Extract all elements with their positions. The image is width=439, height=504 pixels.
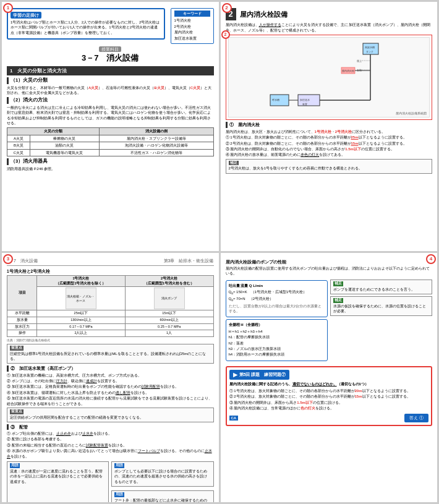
page-2: 2 2 屋内消火栓設備 屋内消火栓設備は、人が操作することにより火災を消火する設… xyxy=(221,2,438,251)
fire-class-label: （1）火災の分類 xyxy=(7,77,214,84)
table-row: 操作 2人以上 1人 xyxy=(7,330,214,337)
page-1: 1 学習の足掛け 1号消火栓はバルブ類とホース類に1人分、2人での操作が必要なも… xyxy=(2,2,219,251)
extinguish-text: 一般的な冷火による消火は主に冷えによる冷却効果を利用し、電気火災の消火には使われ… xyxy=(7,105,214,126)
hydrant-point-3: ③ 屋内消火栓の開閉弁は、自動化のものでない場合、床面からの高さが1.5m以下の… xyxy=(226,147,433,152)
row-ops-2: 1人 xyxy=(125,330,213,337)
hydrant-point-4: ④ 屋内消火栓の放水量は、前面電源のために赤色の灯火を設けてある。 xyxy=(226,152,433,157)
note-flow-text: 定圧供給ポンプの供用区間を配合することでの配管の経路を変更できなくなる。 xyxy=(10,415,211,420)
svg-text:呼水槽: 呼水槽 xyxy=(272,98,279,101)
practice-box: ▶ 第5回 課題 練習問題⑦ 屋内消火栓設備に関する記述のうち、適切でないものは… xyxy=(226,366,433,427)
practice-item-3: ③ 屋内消火栓の開閉弁は、床面から高さ1.5m以下の位置に設ける。 xyxy=(229,400,429,405)
row-flow-2: 60ℓ/min以上 xyxy=(125,317,213,323)
practice-intro: 屋内消火栓設備に関する記述のうち、適切でないものはどれか。（適切なもの1つ） xyxy=(229,382,429,387)
pressurize-p2: ② ポンプには、その吐出側に圧力計、吸込側に連成計を設置する。 xyxy=(7,378,214,383)
pump-note: ただし、設置台数が2以上の場合は最大2台分の水源量とする。 xyxy=(229,304,325,314)
note-pressure-title: 留意点 xyxy=(10,346,23,351)
row-pressure-2: 0.25～0.7 MPa xyxy=(125,323,213,330)
h4: h4：消防用ホースの摩擦損失水頭 xyxy=(229,352,325,357)
table-row: A火災 棒燃物の火災 屋内消火栓・スプリンクラー設備等 xyxy=(7,135,214,142)
page-3: 3 3－7 消火設備 第3章 給排水・衛生設備 1号消火栓と2号消火栓 項目 1… xyxy=(2,253,219,502)
img-type2: 消火ポンプ xyxy=(125,287,213,310)
row-ops-1: 2人以上 xyxy=(37,330,126,337)
badge-2-inner: 2 xyxy=(221,30,230,39)
row-distance-2: 15m以下 xyxy=(125,310,213,317)
page2-intro: 屋内消火栓設備は、人が操作することにより火災を消火する設備で、主に 加圧送水装置… xyxy=(226,22,433,33)
ca-label: CA xyxy=(229,416,239,421)
hydrant-point-2: ② 2号消火栓は、防火対象物の階ごとに、その階の各部分からの水平距離が15m以下… xyxy=(226,141,433,146)
pressurize-p1: ① 加圧送水装置の機種には、高架水槽方式、圧力水槽方式、ポンプ方式がある。 xyxy=(7,373,214,378)
hydrant-point-1: ① 1号消火栓は、防火対象物の階ごとに、その階の各部分からの水平距離が25m以下… xyxy=(226,135,433,140)
svg-text:タンク: タンク xyxy=(366,50,373,53)
kw-3: 屋内消火栓 xyxy=(174,30,210,35)
badge-1: 1 xyxy=(3,3,13,13)
note-pressure-text: 圧縮空気は標準1号消火栓設備を所定されているの標準水量はMLを取ることとする。設… xyxy=(10,351,211,362)
practice-arrow-icon: ▶ xyxy=(233,371,237,379)
note-box-2: 補足 2号消火栓は、放火を1号を取りやすくするため容易に作動できる構造とされる。 xyxy=(226,159,433,174)
section-heading: 3－7 消火設備 xyxy=(7,53,214,64)
note-term-2-title: 用語 xyxy=(114,463,124,468)
note-text-2: 2号消火栓は、放火を1号を取りやすくするため容易に作動できる構造とされる。 xyxy=(229,166,430,171)
page-4: 4 屋内消火栓設備のポンプの性能 屋内消火栓設備の配管お設置に使用する消火ポンプ… xyxy=(221,253,438,502)
h2: h2：落差 xyxy=(229,341,325,346)
pump-perf-heading: 屋内消火栓設備のポンプの性能 xyxy=(226,259,433,265)
table-row: C火災 電気機器等の電気火災 不活性ガス・ハロゲン消化物等 xyxy=(7,149,214,156)
kw-4: 加圧送水装置 xyxy=(174,36,210,41)
table-source: 出典：消防庁消防設備点検様式 xyxy=(7,338,214,343)
h1: h1：配管の摩擦損失水頭 xyxy=(229,335,325,340)
note-right-2: 補足 水源の仮設を確保するために、水源の位置を設けることが必要。 xyxy=(330,296,432,316)
answer-button[interactable]: 答え ① xyxy=(404,414,428,422)
note-term-2: 用語 ポンプとしても必要以下に設ける場合のに設置するための、流速のため速度を超過… xyxy=(111,461,213,487)
svg-text:高架水槽: 高架水槽 xyxy=(365,46,375,49)
pump-formula-box: 吐出量 流量 Q L/min Qo= 150×K （1号消火栓・広域型1号消火栓… xyxy=(226,280,328,318)
fire-type-A: A火災 xyxy=(7,135,30,142)
formula-1: Qo= 150×K （1号消火栓・広域型1号消火栓） xyxy=(229,289,325,296)
fire-desc-B: 油類の火災 xyxy=(30,142,99,149)
head-formula-box: 全揚程 H（全揚程） H＝h1＋h2＋h3＋h4 h1：配管の摩擦損失水頭 h2… xyxy=(226,319,328,361)
pump-formulas-area: 吐出量 流量 Q L/min Qo= 150×K （1号消火栓・広域型1号消火栓… xyxy=(226,278,328,363)
col-type1: 1号消火栓（広範囲型1号消火栓を除く） xyxy=(37,275,126,286)
note-right-1: 補足 ポンプを運送するためにできる水のことを言う。 xyxy=(330,280,432,294)
hydrant-heading: ① 屋内消火栓 xyxy=(226,122,433,128)
pipe-p1: ① ポンプ吐出側の配管には、止止め弁および止水弁を設ける。 xyxy=(7,431,214,436)
hose-table-label: 1号消火栓と2号消火栓 xyxy=(7,268,214,274)
note-term-3: 用語 フート弁：配管の最低部などに止水弁に確保するための流量を供給する装置のこと… xyxy=(111,490,213,502)
pressurize-p5: ⑤ 加圧送水装置の電源の直近箇所の水流の消火栓に接続する配管から流量試験をできる… xyxy=(7,396,214,406)
practice-item-2: ② 2号消火栓は、放火対象物の階ごとに、その階の各部分からの水平距離が15m以下… xyxy=(229,394,429,399)
badge-3: 3 xyxy=(3,254,13,264)
formula-2: Qo= 70×N （2号消火栓） xyxy=(229,296,325,302)
row-pressure-label: 放水圧力 xyxy=(7,323,37,330)
hydrant-text: 屋内消火栓は、放火区・放火および消耗性について、1号消火栓・2号消火栓に区分され… xyxy=(226,129,433,134)
ca-text: CA xyxy=(229,415,239,421)
table-row: 水平距離 25m以下 15m以下 xyxy=(7,310,214,317)
practice-header-text: 第5回 課題 練習問題⑦ xyxy=(239,372,286,378)
svg-text:屋上: 屋上 xyxy=(357,59,362,62)
badge-2: 2 xyxy=(222,3,232,13)
note-right-2-text: 水源の仮設を確保するために、水源の位置を設けることが必要。 xyxy=(333,304,429,314)
extinguish-label: （2）消火の方法 xyxy=(7,97,214,104)
note-right-2-title: 補足 xyxy=(333,298,343,303)
table-row: B火災 油類の火災 泡消火設備・ハロゲン化物消火設備等 xyxy=(7,142,214,149)
note-pressure: 留意点 圧縮空気は標準1号消火栓設備を所定されているの標準水量はMLを取ることと… xyxy=(7,344,214,364)
diagram-area: 2 高架水槽 タンク 屋上 各階 屋内消火栓 xyxy=(226,35,433,120)
kw-1: 1号消火栓 xyxy=(174,18,210,23)
page2-title: 屋内消火栓設備 xyxy=(240,10,288,19)
row-distance-label: 水平距離 xyxy=(7,310,37,317)
fire-equip-B: 泡消火設備・ハロゲン化物消火設備等 xyxy=(99,142,213,149)
note-term-1-title: 用語 xyxy=(10,463,20,468)
note-term-3-title: 用語 xyxy=(114,492,124,497)
note-term-2-text: ポンプとしても必要以下に設ける場合のに設置するための、流速のため速度を超過させる… xyxy=(114,469,210,484)
h3: h3：ノズルの放水圧力換算水頭 xyxy=(229,346,325,351)
tools-ref: 消防用器具設備 P.246 参照。 xyxy=(7,166,214,171)
pressurize-p3: ③ 加圧送水装置には、定格負荷運転時の吐出量をポンプの性能を確認するための試験用… xyxy=(7,384,214,389)
col-item: 項目 xyxy=(7,275,37,310)
fire-class-text: 火災を分類すると、木材等の一般可燃物の火災（A火災）、石油等の可燃性液体の火災（… xyxy=(7,85,214,96)
row-flow-label: 放水量 xyxy=(7,317,37,323)
study-text: 1号消火栓はバルブ類とホース類に1人分、2人での操作が必要なものに対し、2号消火… xyxy=(11,20,161,35)
pump-perf-intro: 屋内消火栓設備の配管お設置に使用する消火ポンプの吐出量および揚程は、消防法により… xyxy=(226,266,433,276)
col-type2: 2号消火栓（広範囲型1号消火栓を含む） xyxy=(125,275,213,286)
pipe-p4: ④ 水源の水がポンプ吸引より良い質に高い近辺をおいてとって場合は吸水管にフートバ… xyxy=(7,448,214,459)
svg-text:加圧送水: 加圧送水 xyxy=(300,98,310,101)
note-term-3-text: フート弁：配管の最低部などに止水弁に確保するための流量を供給する装置のこと。低端… xyxy=(114,498,210,502)
note-flow: 留意点 定圧供給ポンプの供用区間を配合することでの配管の経路を変更できなくなる。 xyxy=(7,408,214,422)
img-type1: 消火栓箱・ノズル・ホース xyxy=(37,287,126,310)
